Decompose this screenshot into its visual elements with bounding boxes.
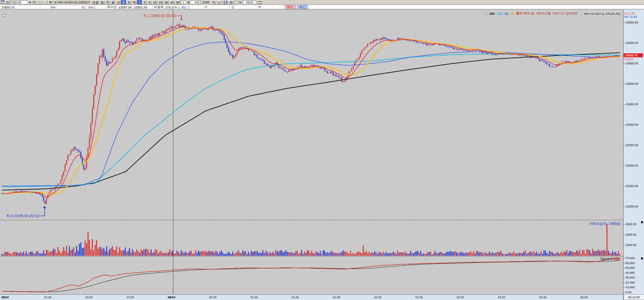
- obv-tick: 40,000: [626, 271, 635, 275]
- change-pct: 0%: [40, 5, 57, 9]
- period-button-분[interactable]: 분: [121, 0, 126, 4]
- sound-button[interactable]: [48, 0, 53, 4]
- symbol-dropdown[interactable]: [28, 1, 31, 4]
- best-ask: 23581.00: [134, 5, 147, 9]
- oi-value: 279,274: [165, 5, 177, 9]
- minute-button-3[interactable]: 3: [142, 0, 147, 4]
- ma-period-200: 200: [489, 12, 495, 15]
- minute-button-10[interactable]: 10: [152, 0, 158, 4]
- period-button-일[interactable]: 일: [100, 0, 105, 4]
- search-button[interactable]: [32, 0, 37, 4]
- save-button[interactable]: [223, 0, 228, 4]
- high-cell: 고: [230, 5, 257, 9]
- volume-tick: 2000.00: [626, 233, 637, 236]
- period-button-년[interactable]: 년: [116, 0, 121, 4]
- price-tick: 23650.00: [626, 21, 638, 24]
- price-chart-canvas[interactable]: 최고 23650.00 (00:04)최저 23205.50 (22:31): [0, 9, 623, 300]
- current-price-tag: 23568.75: [624, 53, 643, 57]
- open-interest-cell: 미결제 279,274 ( 451 ): [153, 5, 203, 9]
- oi-label: 미결제: [154, 5, 164, 9]
- chart-option-checkbox[interactable]: [3, 14, 6, 17]
- time-label-08/23: 08/23: [168, 296, 175, 299]
- best-bid: 23587.50: [119, 5, 132, 9]
- interval-combo[interactable]: 1: [181, 0, 186, 4]
- ma-period-50: 50: [505, 12, 508, 15]
- period-button-초[interactable]: 초: [126, 0, 131, 4]
- gear-icon: [229, 1, 233, 4]
- time-axis: 08/2222:3023:0023:3008/2300:3001:0001:30…: [0, 294, 623, 300]
- sell-button[interactable]: 매도: [297, 5, 308, 9]
- obv-tick: 0.00: [626, 291, 632, 294]
- minute-button-30[interactable]: 30: [164, 0, 169, 4]
- price-tick: 23450.00: [626, 103, 638, 106]
- ma-period-20: 20: [511, 12, 514, 15]
- minute-button-45[interactable]: 45: [169, 0, 175, 4]
- minute-button-5[interactable]: 5: [147, 0, 152, 4]
- price-tick: 23500.00: [626, 82, 638, 85]
- sound-dropdown[interactable]: [54, 1, 57, 4]
- symbol-input[interactable]: NQU25: [10, 0, 28, 4]
- time-label-00:30: 00:30: [209, 296, 217, 299]
- obv-tick: 30,000: [626, 276, 635, 279]
- price-tick: 23400.00: [626, 123, 638, 126]
- ma-period-100: 100: [497, 12, 502, 15]
- obv-tick: 50,000: [626, 266, 635, 269]
- signal-label: Signal 9: [600, 257, 612, 261]
- ma-red-label: 종가 지수 10: [516, 11, 534, 16]
- ma-period-values: 2001005020: [489, 12, 514, 15]
- time-label-03:30: 03:30: [457, 296, 464, 299]
- compare-button[interactable]: Cc: [37, 0, 43, 4]
- interval-combo-dropdown[interactable]: [186, 1, 190, 4]
- open-cell: 시: [203, 5, 230, 9]
- quote-strip: 23569.75 0% 0 ( 0% ) 최우선 23587.50 23581.…: [0, 5, 644, 9]
- period-button-틱[interactable]: 틱: [132, 0, 137, 4]
- candle-style-button[interactable]: [211, 0, 216, 4]
- last-price: 23569.75: [0, 5, 40, 9]
- minute-button-15[interactable]: 15: [158, 0, 163, 4]
- ma-legend: 2001005020 종가 지수 10 #해외선물 거래시간 강세패턴 Mini…: [485, 11, 621, 16]
- calendar-button[interactable]: [257, 0, 262, 4]
- d-checkbox[interactable]: [235, 1, 238, 4]
- time-label-08/22: 08/22: [1, 296, 9, 299]
- trendline-button[interactable]: [217, 0, 222, 4]
- volume-pane-label: 거래대금(억, 1469원): [589, 222, 621, 226]
- settings-button[interactable]: [228, 0, 234, 4]
- svg-text:최고 23650.00 (00:04): 최고 23650.00 (00:04): [143, 14, 176, 18]
- candle-tool-icon: [212, 1, 215, 4]
- volume-pane-handle[interactable]: [641, 221, 643, 223]
- stepper-button[interactable]: ÷: [43, 0, 48, 4]
- bar-count-input[interactable]: 432: [190, 0, 201, 4]
- time-label-04:30: 04:30: [539, 296, 547, 299]
- oi-change: 451: [181, 5, 186, 9]
- search-icon: [33, 1, 36, 4]
- time-label-05:00: 05:00: [580, 296, 588, 299]
- ma-legend-checkbox[interactable]: [485, 12, 487, 15]
- buy-button[interactable]: 매수: [285, 5, 296, 9]
- change-pct-2: 0% ): [87, 5, 106, 9]
- time-label-02:30: 02:30: [374, 296, 382, 299]
- best-quote-cell: 최우선 23587.50 23581.00: [106, 5, 153, 9]
- d-label: D: [238, 1, 243, 4]
- series-checkbox[interactable]: [581, 12, 583, 15]
- minute-buttons: 351015304560: [142, 0, 180, 4]
- period-button-주[interactable]: 주: [105, 0, 110, 4]
- obv-label: OBV: [613, 257, 621, 261]
- date-input[interactable]: 08/23: [243, 0, 256, 4]
- period-button-연결[interactable]: 연결: [91, 0, 99, 4]
- obv-tick: 20,000: [626, 281, 635, 284]
- best-label: 최우선: [107, 5, 117, 9]
- price-tick: 23600.00: [626, 41, 638, 45]
- latest-time-cell: 05:12:00: [624, 294, 644, 300]
- obv-pane-handle[interactable]: [641, 257, 643, 259]
- trading-chart-window: 전 NQU25 Cc ÷ Mini NASDAQ 100(25.0 연결일주월년…: [0, 0, 644, 300]
- period-button-월[interactable]: 월: [110, 0, 115, 4]
- volume-tick: 3000.00: [626, 223, 637, 226]
- hc-value: HC:-0.34: [624, 15, 637, 18]
- minute-button-60[interactable]: 60: [175, 0, 180, 4]
- jeon-button[interactable]: 전: [5, 0, 10, 4]
- interval-1-button[interactable]: 1: [137, 0, 142, 4]
- window-icon[interactable]: [1, 0, 5, 4]
- time-label-22:30: 22:30: [44, 296, 52, 299]
- pattern-label: #해외선물 거래시간 강세패턴: [536, 11, 578, 16]
- time-label-02:00: 02:00: [333, 296, 340, 299]
